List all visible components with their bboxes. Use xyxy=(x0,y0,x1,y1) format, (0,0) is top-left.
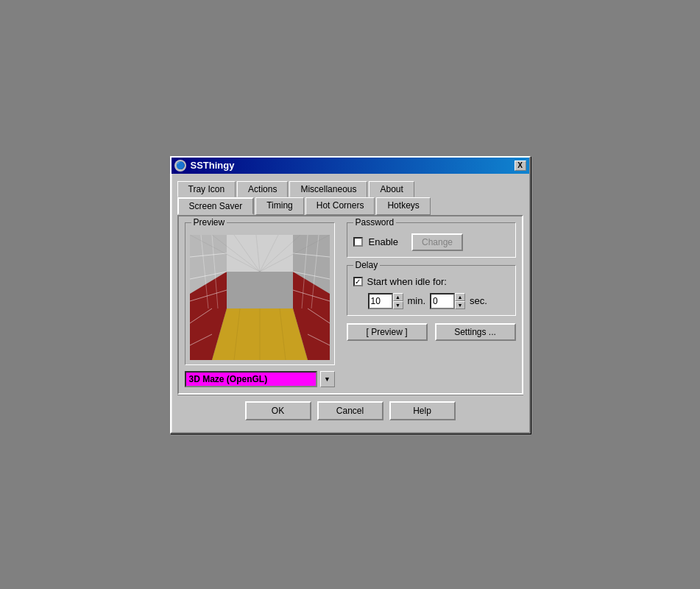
window-title: SSThingy xyxy=(191,160,235,171)
tab-hot-corners[interactable]: Hot Corners xyxy=(305,197,375,215)
seconds-arrows: ▲ ▼ xyxy=(455,293,465,309)
tab-row-2: Screen Saver Timing Hot Corners Hotkeys xyxy=(177,197,523,215)
preview-image xyxy=(190,235,330,360)
minutes-input[interactable] xyxy=(368,293,393,309)
tab-row-1: Tray Icon Actions Miscellaneous About xyxy=(177,178,523,197)
spinbox-row: ▲ ▼ min. ▲ ▼ xyxy=(368,293,509,309)
window-body: Tray Icon Actions Miscellaneous About Sc… xyxy=(172,174,529,432)
minutes-spin-up[interactable]: ▲ xyxy=(393,293,403,301)
svg-marker-4 xyxy=(227,235,293,272)
delay-group-title: Delay xyxy=(353,260,381,270)
tab-timing[interactable]: Timing xyxy=(255,197,304,215)
tab-tray-icon[interactable]: Tray Icon xyxy=(177,181,236,197)
delay-start-checkbox[interactable] xyxy=(353,277,363,286)
tab-screen-saver[interactable]: Screen Saver xyxy=(177,197,255,215)
password-enable-label: Enable xyxy=(369,236,398,247)
seconds-spin-down[interactable]: ▼ xyxy=(455,301,465,309)
main-window: 🔵 SSThingy X Tray Icon Actions Miscellan… xyxy=(170,156,531,434)
preview-button[interactable]: [ Preview ] xyxy=(347,323,428,341)
min-label: min. xyxy=(408,295,426,306)
password-group: Password Enable Change xyxy=(347,222,516,258)
footer: OK Cancel Help xyxy=(177,395,523,426)
tab-about[interactable]: About xyxy=(369,181,414,197)
tab-actions[interactable]: Actions xyxy=(237,181,288,197)
seconds-spinbox: ▲ ▼ xyxy=(430,293,465,309)
screensaver-dropdown-arrow[interactable]: ▼ xyxy=(320,371,335,387)
cancel-button[interactable]: Cancel xyxy=(317,401,383,420)
app-icon: 🔵 xyxy=(174,160,186,172)
right-panel: Password Enable Change Delay Start when … xyxy=(347,222,516,387)
password-change-button[interactable]: Change xyxy=(411,233,463,251)
minutes-spinbox: ▲ ▼ xyxy=(368,293,403,309)
screensaver-select-row: 3D Maze (OpenGL) ▼ xyxy=(185,371,335,387)
left-panel: Preview xyxy=(185,222,335,387)
preview-group: Preview xyxy=(185,222,335,365)
settings-button[interactable]: Settings ... xyxy=(435,323,516,341)
panel-content: Preview xyxy=(177,215,523,395)
minutes-arrows: ▲ ▼ xyxy=(393,293,403,309)
svg-rect-5 xyxy=(227,272,293,308)
delay-checkbox-row: Start when idle for: xyxy=(353,276,509,287)
ok-button[interactable]: OK xyxy=(245,401,311,420)
tab-hotkeys[interactable]: Hotkeys xyxy=(376,197,430,215)
password-enable-checkbox[interactable] xyxy=(353,237,363,247)
password-group-title: Password xyxy=(353,217,397,228)
tab-miscellaneous[interactable]: Miscellaneous xyxy=(289,181,367,197)
preview-group-title: Preview xyxy=(191,217,227,228)
delay-start-label: Start when idle for: xyxy=(367,276,447,287)
content-inner: Preview xyxy=(185,222,516,387)
delay-group: Delay Start when idle for: ▲ ▼ xyxy=(347,265,516,316)
screensaver-select[interactable]: 3D Maze (OpenGL) xyxy=(185,371,317,387)
seconds-input[interactable] xyxy=(430,293,455,309)
help-button[interactable]: Help xyxy=(389,401,456,420)
close-button[interactable]: X xyxy=(515,161,526,171)
seconds-spin-up[interactable]: ▲ xyxy=(455,293,465,301)
title-bar: 🔵 SSThingy X xyxy=(172,158,529,174)
sec-label: sec. xyxy=(470,295,487,306)
password-row: Enable Change xyxy=(353,233,509,251)
minutes-spin-down[interactable]: ▼ xyxy=(393,301,403,309)
action-buttons: [ Preview ] Settings ... xyxy=(347,323,516,341)
